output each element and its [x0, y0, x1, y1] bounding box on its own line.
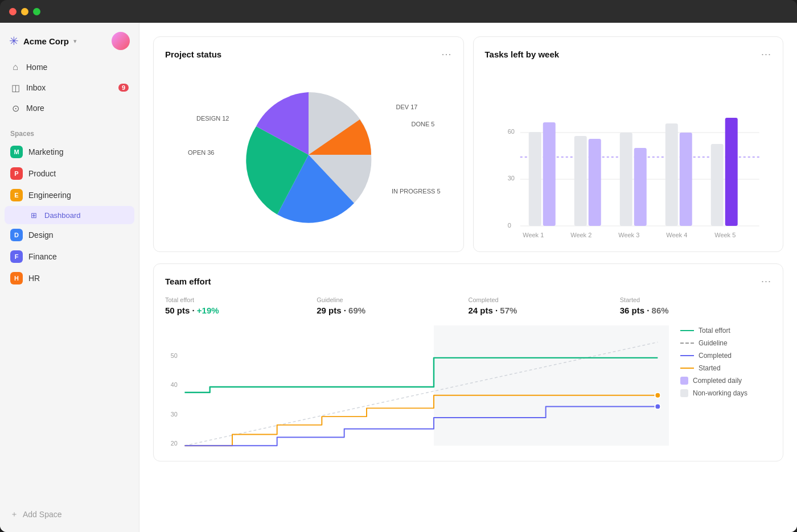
svg-text:30: 30 — [507, 175, 514, 182]
project-status-more[interactable]: ··· — [441, 48, 451, 60]
svg-text:20: 20 — [171, 440, 178, 447]
sidebar-item-product[interactable]: P Product — [5, 163, 134, 184]
svg-rect-8 — [543, 122, 555, 226]
hr-label: HR — [28, 274, 40, 283]
svg-rect-11 — [619, 133, 632, 226]
sidebar-item-home[interactable]: ⌂ Home — [5, 57, 134, 77]
svg-rect-10 — [588, 139, 601, 226]
legend-completed-daily-swatch — [680, 377, 688, 385]
inbox-label: Inbox — [26, 83, 46, 92]
engineering-avatar: E — [10, 189, 23, 201]
legend-total-effort-label: Total effort — [699, 327, 730, 335]
stat-completed: Completed 24 pts · 57% — [469, 296, 620, 315]
legend-guideline-label: Guideline — [699, 339, 728, 347]
product-label: Product — [28, 169, 56, 178]
stat-total-effort: Total effort 50 pts · +19% — [165, 296, 317, 315]
svg-rect-7 — [528, 132, 541, 226]
svg-rect-12 — [634, 148, 646, 226]
total-effort-value: 50 pts · +19% — [165, 306, 317, 315]
org-chevron-icon[interactable]: ▾ — [73, 38, 77, 45]
legend-non-working-label: Non-working days — [693, 389, 747, 397]
main-content: Project status ··· — [139, 23, 797, 532]
team-title: Team effort — [165, 277, 211, 286]
design-label: DESIGN 12 — [196, 115, 229, 122]
legend-guideline: Guideline — [680, 339, 771, 347]
legend-completed-daily-label: Completed daily — [693, 377, 742, 385]
sidebar-item-engineering[interactable]: E Engineering — [5, 184, 134, 206]
traffic-light-close[interactable] — [9, 8, 17, 15]
sidebar-item-hr[interactable]: H HR — [5, 267, 134, 289]
dev-label: DEV 17 — [396, 104, 418, 110]
svg-rect-14 — [679, 133, 692, 226]
legend-started: Started — [680, 364, 771, 372]
svg-text:Week 5: Week 5 — [714, 232, 736, 238]
legend-started-line — [680, 368, 694, 369]
team-header: Team effort ··· — [165, 275, 771, 287]
product-avatar: P — [10, 167, 23, 180]
marketing-avatar: M — [10, 146, 23, 158]
engineering-label: Engineering — [28, 191, 71, 200]
svg-text:50: 50 — [171, 352, 178, 359]
add-space-label: Add Space — [23, 510, 62, 519]
guideline-extra: 69% — [348, 306, 365, 315]
legend-total-effort-line — [680, 330, 694, 331]
started-extra: 86% — [652, 306, 669, 315]
completed-value: 24 pts · 57% — [469, 306, 620, 315]
legend-completed-daily: Completed daily — [680, 377, 771, 385]
traffic-light-minimize[interactable] — [21, 8, 28, 15]
avatar[interactable] — [112, 32, 130, 50]
legend-completed-label: Completed — [699, 352, 732, 360]
app-container: ✳ Acme Corp ▾ ⌂ Home ◫ Inbox 9 ⊙ More Sp… — [0, 23, 797, 532]
project-status-title: Project status — [165, 50, 221, 59]
team-chart-wrapper: 20 30 40 50 — [165, 324, 771, 449]
legend-non-working: Non-working days — [680, 389, 771, 397]
sidebar-item-design[interactable]: D Design — [5, 224, 134, 246]
traffic-light-fullscreen[interactable] — [33, 8, 40, 15]
tasks-title: Tasks left by week — [485, 50, 560, 59]
tasks-by-week-card: Tasks left by week ··· 0 30 60 — [473, 36, 784, 252]
total-effort-extra: +19% — [197, 306, 219, 315]
svg-rect-26 — [434, 325, 669, 446]
svg-rect-13 — [665, 123, 677, 226]
team-chart-svg: 20 30 40 50 — [165, 324, 669, 449]
bar-chart-container: 0 30 60 — [485, 69, 772, 240]
inbox-icon: ◫ — [10, 83, 20, 93]
legend-started-label: Started — [699, 364, 721, 372]
svg-point-29 — [655, 404, 660, 410]
svg-text:30: 30 — [171, 411, 178, 418]
inbox-badge: 9 — [118, 84, 129, 92]
design-label: Design — [28, 230, 54, 240]
sidebar-item-inbox[interactable]: ◫ Inbox 9 — [5, 77, 134, 98]
marketing-label: Marketing — [28, 147, 63, 156]
window-chrome — [0, 0, 797, 23]
sidebar-nav: ⌂ Home ◫ Inbox 9 ⊙ More — [0, 55, 139, 121]
add-space-button[interactable]: ＋ Add Space — [0, 504, 139, 525]
sidebar-item-more[interactable]: ⊙ More — [5, 98, 134, 118]
more-icon: ⊙ — [10, 103, 20, 113]
project-status-card: Project status ··· — [153, 36, 464, 252]
completed-label: Completed — [469, 296, 620, 303]
legend-completed-line — [680, 355, 694, 356]
svg-text:Week 2: Week 2 — [570, 232, 591, 238]
pie-chart-svg — [235, 81, 383, 229]
legend-non-working-swatch — [680, 389, 688, 397]
team-legend: Total effort Guideline Completed Started — [680, 324, 771, 449]
sidebar-item-marketing[interactable]: M Marketing — [5, 141, 134, 163]
hr-avatar: H — [10, 272, 23, 284]
svg-text:60: 60 — [507, 128, 514, 135]
finance-avatar: F — [10, 250, 23, 263]
dashboard-icon: ⊞ — [28, 210, 39, 220]
bar-chart-svg: 0 30 60 — [485, 69, 772, 240]
more-label: More — [26, 104, 44, 113]
svg-rect-15 — [710, 144, 723, 226]
team-more[interactable]: ··· — [761, 275, 771, 287]
sidebar-item-finance[interactable]: F Finance — [5, 246, 134, 267]
open-label: OPEN 36 — [188, 149, 214, 156]
legend-guideline-line — [680, 343, 694, 344]
tasks-more[interactable]: ··· — [761, 48, 771, 60]
svg-point-28 — [655, 393, 660, 398]
sidebar-item-dashboard[interactable]: ⊞ Dashboard — [5, 206, 134, 224]
done-label: DONE 5 — [412, 121, 435, 127]
legend-completed: Completed — [680, 352, 771, 360]
sidebar-header: ✳ Acme Corp ▾ — [0, 23, 139, 55]
